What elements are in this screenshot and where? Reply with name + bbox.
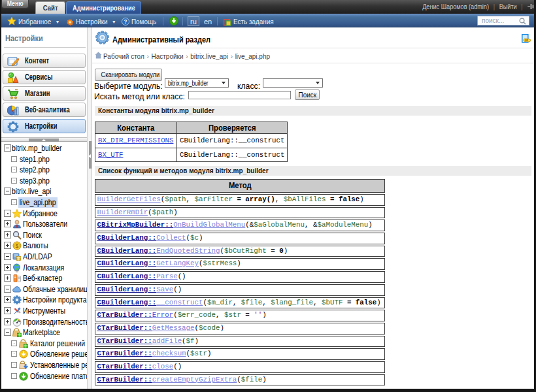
svg-text:?: ? — [124, 19, 127, 25]
svg-text:$: $ — [16, 243, 19, 249]
